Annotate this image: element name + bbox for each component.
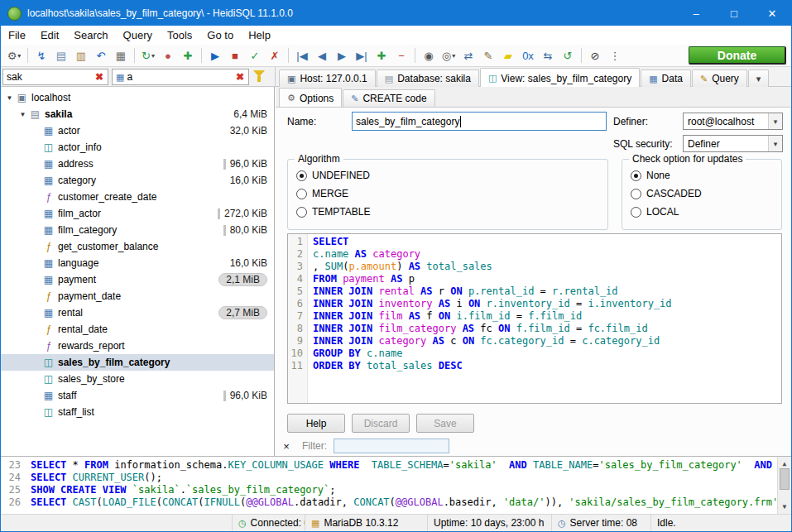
maximize-button[interactable]: □ (715, 1, 753, 26)
insert-record-button[interactable]: ✚ (372, 46, 391, 65)
close-filter-icon[interactable]: × (281, 440, 292, 453)
print-button[interactable]: ▦ (112, 46, 130, 65)
disconnect-button[interactable]: ↯ (32, 46, 50, 65)
first-record-button[interactable]: |◀ (293, 46, 311, 65)
find-replace-button[interactable]: ◎▾ (439, 46, 458, 65)
next-record-button[interactable]: ▶ (333, 46, 351, 65)
tree-item-film_category[interactable]: ▦film_category80,0 KiB (1, 222, 274, 238)
log-scrollbar[interactable]: ▲ ▼ (777, 457, 791, 514)
prev-record-button[interactable]: ◀ (313, 46, 331, 65)
radio-local[interactable]: LOCAL (622, 203, 781, 221)
hex-view-button[interactable]: 0x (519, 46, 537, 65)
radio-cascaded[interactable]: CASCADED (622, 185, 781, 203)
execute-button[interactable]: ▶ (206, 46, 224, 65)
tree-item-get_customer_balance[interactable]: ƒget_customer_balance (1, 238, 274, 255)
menu-search[interactable]: Search (66, 26, 115, 45)
tree-item-rental_date[interactable]: ƒrental_date (1, 321, 274, 338)
toolbar-separator (288, 48, 289, 63)
tree-item-customer_create_date[interactable]: ƒcustomer_create_date (1, 189, 274, 205)
filter-funnel-icon[interactable] (253, 70, 265, 84)
save-button[interactable]: Save (416, 414, 474, 433)
abort-button[interactable]: ⊘ (586, 46, 604, 65)
splitter[interactable] (275, 67, 276, 87)
clear-filter-icon[interactable]: ✖ (233, 71, 247, 83)
copy-button[interactable]: ▤ (52, 46, 70, 65)
radio-none[interactable]: None (622, 166, 781, 185)
server-version-icon: ▦ (311, 518, 319, 529)
clear-filter-icon[interactable]: ✖ (93, 71, 106, 83)
tree-item-film_actor[interactable]: ▦film_actor272,0 KiB (1, 205, 274, 222)
new-query-tab-button[interactable]: ▾ (748, 69, 770, 87)
radio-temptable[interactable]: TEMPTABLE (288, 203, 607, 221)
tree-item-rewards_report[interactable]: ƒrewards_report (1, 338, 274, 354)
donate-button[interactable]: Donate (689, 46, 786, 65)
radio-merge[interactable]: MERGE (288, 185, 607, 203)
undo-button[interactable]: ↶ (92, 46, 110, 65)
create-database-button[interactable]: ✚ (179, 46, 197, 65)
tree-item-sakila[interactable]: ▼▤sakila6,4 MiB (1, 106, 274, 122)
delete-record-button[interactable]: − (392, 46, 410, 65)
scroll-down-icon[interactable]: ▼ (778, 501, 791, 513)
expand-arrow-icon[interactable]: ▼ (4, 94, 15, 102)
tree-item-actor_info[interactable]: ◫actor_info (1, 139, 274, 156)
tree-item-sales_by_film_category[interactable]: ◫sales_by_film_category (1, 354, 274, 371)
definer-select[interactable]: root@localhost ▾ (683, 113, 783, 130)
tree-item-staff_list[interactable]: ◫staff_list (1, 404, 274, 420)
tree-item-sales_by_store[interactable]: ◫sales_by_store (1, 371, 274, 387)
close-button[interactable]: ✕ (753, 1, 791, 26)
paste-button[interactable]: ▥ (72, 46, 90, 65)
stop-button[interactable]: ■ (226, 46, 244, 65)
filter-input[interactable] (334, 439, 449, 453)
radio-undefined[interactable]: UNDEFINED (288, 166, 607, 185)
tree-item-address[interactable]: ▦address96,0 KiB (1, 156, 274, 172)
tab-host[interactable]: ▣Host: 127.0.0.1 (279, 69, 376, 87)
expand-arrow-icon[interactable]: ▼ (17, 111, 28, 118)
tree-item-actor[interactable]: ▦actor32,0 KiB (1, 122, 274, 139)
tab-database-label: Database: sakila (397, 73, 471, 84)
menu-file[interactable]: File (1, 26, 33, 45)
highlight-button[interactable]: ▰ (499, 46, 517, 65)
tab-data[interactable]: ▦Data (641, 69, 691, 87)
refresh-button[interactable]: ↻▾ (139, 46, 157, 65)
subtab-create-code[interactable]: ✎CREATE code (343, 89, 434, 107)
tree-item-language[interactable]: ▦language16,0 KiB (1, 255, 274, 271)
cancel-button[interactable]: ✗ (266, 46, 284, 65)
tree-item-payment[interactable]: ▦payment2,1 MiB (1, 271, 274, 288)
session-manager-button[interactable]: ⚙▾ (5, 46, 23, 65)
menu-edit[interactable]: Edit (33, 26, 66, 45)
swap-button[interactable]: ⇆ (539, 46, 557, 65)
algorithm-radio-group: UNDEFINEDMERGETEMPTABLE (288, 166, 607, 221)
tab-database[interactable]: ▤Database: sakila (377, 69, 479, 87)
export-button[interactable]: ⇄ (459, 46, 478, 65)
apply-button[interactable]: ✓ (246, 46, 264, 65)
reload-button[interactable]: ↺ (559, 46, 577, 65)
find-button[interactable]: ◉ (420, 46, 438, 65)
tree-item-payment_date[interactable]: ƒpayment_date (1, 288, 274, 304)
main-area: ▼▣localhost▼▤sakila6,4 MiB▦actor32,0 KiB… (1, 87, 791, 456)
last-record-button[interactable]: ▶| (353, 46, 371, 65)
tab-query[interactable]: ✎Query (692, 69, 747, 87)
menu-query[interactable]: Query (116, 26, 160, 45)
help-button[interactable]: Help (287, 414, 345, 433)
data-filter-input[interactable]: ▦ a ✖ (112, 69, 249, 85)
view-name-input[interactable]: sales_by_film_category (352, 112, 607, 131)
view-sql-editor[interactable]: 1SELECT2c.name AS category3, SUM(p.amoun… (287, 233, 782, 404)
overflow-menu-button[interactable]: ⋮ (606, 46, 624, 65)
menu-help[interactable]: Help (241, 26, 278, 45)
snippet-button[interactable]: ✎ (479, 46, 497, 65)
tree-item-category[interactable]: ▦category16,0 KiB (1, 172, 274, 189)
minimize-button[interactable]: – (677, 1, 715, 26)
menu-tools[interactable]: Tools (160, 26, 199, 45)
discard-button[interactable]: Discard (352, 414, 410, 433)
scrollbar-thumb[interactable] (780, 468, 790, 490)
table-filter-input[interactable]: sak ✖ (2, 69, 108, 85)
tree-item-localhost[interactable]: ▼▣localhost (1, 89, 274, 106)
user-manager-button[interactable]: ● (159, 46, 177, 65)
tab-view[interactable]: ◫View: sales_by_film_category (480, 68, 640, 88)
tree-item-staff[interactable]: ▦staff96,0 KiB (1, 387, 274, 404)
subtab-options[interactable]: ⚙Options (279, 88, 342, 108)
sql-log-panel[interactable]: 23SELECT * FROM information_schema.KEY_C… (1, 456, 791, 514)
tree-item-rental[interactable]: ▦rental2,7 MiB (1, 304, 274, 321)
menu-go-to[interactable]: Go to (199, 26, 241, 45)
sql-security-select[interactable]: Definer ▾ (683, 135, 783, 152)
